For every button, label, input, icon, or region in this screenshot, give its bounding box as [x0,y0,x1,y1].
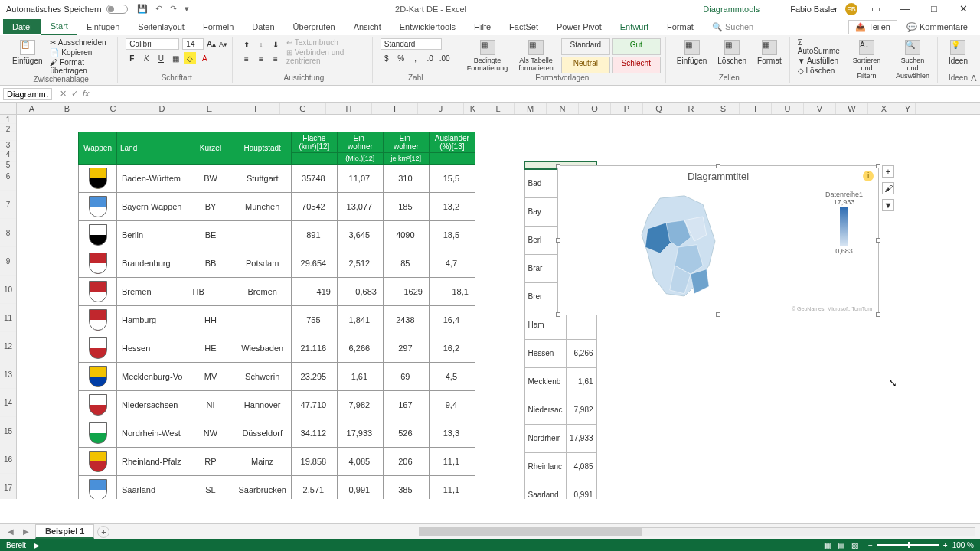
cell-land[interactable]: Mecklenburg-Vo [117,363,188,391]
resize-handle[interactable] [556,312,560,317]
user-name[interactable]: Fabio Basler [790,5,838,14]
cell-dichte[interactable]: 4090 [383,221,429,249]
worksheet-grid[interactable]: 1234567891011121314151617 Wappen Land Kü… [0,115,980,499]
col-header[interactable]: D [139,103,185,114]
share-button[interactable]: 📤 Teilen [848,20,897,34]
row-header[interactable]: 15 [0,417,16,445]
chart-filter-button[interactable]: ▼ [882,199,894,211]
cell-dichte[interactable]: 167 [383,391,429,419]
col-header[interactable]: Q [643,103,675,114]
zoom-level[interactable]: 100 % [952,541,974,549]
chart-styles-button[interactable]: 🖌 [882,182,894,194]
cell-hauptstadt[interactable]: Bremen [234,278,291,306]
row-header[interactable]: 8 [0,219,16,247]
cell-kurzel[interactable]: BW [188,165,234,193]
decrease-font-icon[interactable]: A▾ [219,41,227,48]
cell-einwohner[interactable]: 11,07 [337,165,383,193]
cell-wappen[interactable] [79,334,117,363]
redo-icon[interactable]: ↷ [170,4,177,14]
tab-seitenlayout[interactable]: Seitenlayout [129,19,194,34]
zoom-in-button[interactable]: + [943,541,948,549]
row-header[interactable]: 4 [0,141,16,152]
cell-einwohner[interactable]: 6,266 [337,334,383,363]
cell-flache[interactable]: 47.710 [291,391,337,419]
autosave-toggle[interactable]: Automatisches Speichern [6,5,128,14]
tab-uberprufen[interactable]: Überprüfen [284,19,345,34]
tab-entwicklertools[interactable]: Entwicklertools [390,19,465,34]
col-header[interactable]: T [740,103,772,114]
cell-kurzel[interactable]: MV [188,363,234,391]
cell-auslander[interactable]: 13,3 [429,419,475,448]
style-gut[interactable]: Gut [612,38,661,55]
save-icon[interactable]: 💾 [137,4,148,14]
cell-hauptstadt[interactable]: Potsdam [234,249,291,278]
cell-flache[interactable]: 891 [291,221,337,249]
comma-icon[interactable]: , [410,52,422,64]
clear-button[interactable]: ◇ Löschen [798,67,841,75]
row-header[interactable]: 14 [0,389,16,417]
find-select-button[interactable]: 🔍Suchen und Auswählen [893,38,933,82]
maximize-button[interactable]: □ [923,3,945,15]
col-header[interactable]: F [234,103,280,114]
col-header[interactable]: P [611,103,643,114]
border-button[interactable]: ▦ [169,52,181,64]
resize-handle[interactable] [876,164,880,168]
cell-hauptstadt[interactable]: Schwerin [234,363,291,391]
col-header[interactable]: S [707,103,740,114]
row-header[interactable]: 1 [0,115,16,124]
percent-icon[interactable]: % [395,52,407,64]
resize-handle[interactable] [716,312,720,317]
row-header[interactable]: 9 [0,247,16,276]
cell-wappen[interactable] [79,363,117,391]
cell-hauptstadt[interactable]: Wiesbaden [234,334,291,363]
cell-flache[interactable]: 2.571 [291,476,337,500]
name-box[interactable] [3,88,52,100]
cell-flache[interactable]: 755 [291,306,337,334]
cell-hauptstadt[interactable]: Düsseldorf [234,419,291,448]
ideas-button[interactable]: 💡Ideen [946,38,971,73]
row-header[interactable]: 11 [0,304,16,332]
col-header[interactable]: X [868,103,900,114]
cell-kurzel[interactable]: BE [188,221,234,249]
font-color-button[interactable]: A [198,52,211,64]
user-avatar[interactable]: FB [845,3,858,15]
cell-land[interactable]: Hessen [117,334,188,363]
format-cells-button[interactable]: ▦Format [754,38,785,73]
format-as-table-button[interactable]: ▦Als Tabelle formatieren [515,38,557,73]
fx-icon[interactable]: fx [83,89,90,99]
sheet-nav-prev-icon[interactable]: ◀ [5,527,17,536]
style-schlecht[interactable]: Schlecht [612,57,661,73]
cell-wappen[interactable] [79,476,117,500]
cell-land[interactable]: Hamburg [117,306,188,334]
sort-filter-button[interactable]: A↓Sortieren und Filtern [845,38,888,82]
cell-land[interactable]: Rheinland-Pfalz [117,448,188,476]
style-standard[interactable]: Standard [561,38,610,55]
cell-kurzel[interactable]: NI [188,391,234,419]
row-header[interactable]: 16 [0,445,16,474]
toggle-icon[interactable] [106,5,128,14]
cell-einwohner[interactable]: 0,991 [337,476,383,500]
tab-factset[interactable]: FactSet [500,19,547,34]
cell-wappen[interactable] [79,306,117,334]
cell-einwohner[interactable]: 3,645 [337,221,383,249]
tab-start[interactable]: Start [41,18,77,35]
decrease-decimal-icon[interactable]: .00 [439,52,451,64]
delete-cells-button[interactable]: ▦Löschen [714,38,750,73]
format-painter-button[interactable]: 🖌 Format übertragen [50,58,113,75]
map-chart[interactable]: i Diagrammtitel Datenreihe1 17,933 0,683 [557,165,879,315]
resize-handle[interactable] [556,238,560,243]
cell-wappen[interactable] [79,391,117,419]
italic-button[interactable]: K [140,52,152,64]
cell-auslander[interactable]: 18,1 [429,278,475,306]
cell-wappen[interactable] [79,221,117,249]
cell-einwohner[interactable]: 2,512 [337,249,383,278]
row-header[interactable]: 17 [0,474,16,499]
formula-input[interactable] [94,88,980,100]
col-header[interactable]: K [464,103,482,114]
cell-wappen[interactable] [79,193,117,221]
side-cell-value[interactable]: 1,61 [566,367,596,396]
cell-wappen[interactable] [79,419,117,448]
tab-powerpivot[interactable]: Power Pivot [547,19,611,34]
cell-einwohner[interactable]: 1,841 [337,306,383,334]
col-header[interactable]: W [836,103,868,114]
